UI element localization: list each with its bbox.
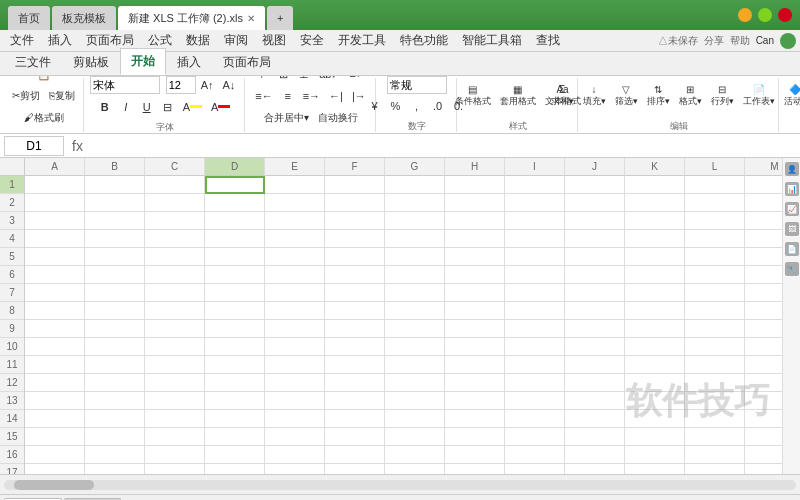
- cell-L15[interactable]: [685, 428, 745, 446]
- ribbon-tab-page[interactable]: 页面布局: [212, 49, 282, 75]
- cell-D17[interactable]: [205, 464, 265, 474]
- cell-L5[interactable]: [685, 248, 745, 266]
- cell-I7[interactable]: [505, 284, 565, 302]
- cell-H17[interactable]: [445, 464, 505, 474]
- row-num-10[interactable]: 10: [0, 338, 24, 356]
- col-header-C[interactable]: C: [145, 158, 205, 176]
- row-num-8[interactable]: 8: [0, 302, 24, 320]
- cell-G14[interactable]: [385, 410, 445, 428]
- cell-B17[interactable]: [85, 464, 145, 474]
- cell-H8[interactable]: [445, 302, 505, 320]
- row-col-button[interactable]: ⊟ 行列▾: [707, 76, 738, 116]
- cell-L8[interactable]: [685, 302, 745, 320]
- cell-H9[interactable]: [445, 320, 505, 338]
- cell-J1[interactable]: [565, 176, 625, 194]
- cell-M6[interactable]: [745, 266, 782, 284]
- cell-M13[interactable]: [745, 392, 782, 410]
- merge-center-button[interactable]: 合并居中▾: [260, 108, 313, 128]
- cell-F15[interactable]: [325, 428, 385, 446]
- cell-D4[interactable]: [205, 230, 265, 248]
- sort-button[interactable]: ⇅ 排序▾: [643, 76, 674, 116]
- rp-image-icon[interactable]: 🖼: [785, 222, 799, 236]
- rp-settings-icon[interactable]: 🔧: [785, 262, 799, 276]
- italic-button[interactable]: I: [116, 97, 136, 117]
- cell-A15[interactable]: [25, 428, 85, 446]
- cell-F11[interactable]: [325, 356, 385, 374]
- col-header-G[interactable]: G: [385, 158, 445, 176]
- cell-C14[interactable]: [145, 410, 205, 428]
- cell-A2[interactable]: [25, 194, 85, 212]
- cell-J5[interactable]: [565, 248, 625, 266]
- row-num-15[interactable]: 15: [0, 428, 24, 446]
- cell-M7[interactable]: [745, 284, 782, 302]
- cell-H5[interactable]: [445, 248, 505, 266]
- menu-special[interactable]: 特色功能: [394, 30, 454, 51]
- cell-M17[interactable]: [745, 464, 782, 474]
- cell-A10[interactable]: [25, 338, 85, 356]
- orient-button[interactable]: ab↗: [315, 76, 344, 84]
- menu-view[interactable]: 视图: [256, 30, 292, 51]
- col-header-H[interactable]: H: [445, 158, 505, 176]
- cell-B1[interactable]: [85, 176, 145, 194]
- align-center-button[interactable]: ≡: [278, 86, 298, 106]
- cell-H12[interactable]: [445, 374, 505, 392]
- cell-D5[interactable]: [205, 248, 265, 266]
- cell-B2[interactable]: [85, 194, 145, 212]
- cell-D9[interactable]: [205, 320, 265, 338]
- cell-A8[interactable]: [25, 302, 85, 320]
- cell-E15[interactable]: [265, 428, 325, 446]
- cell-B7[interactable]: [85, 284, 145, 302]
- cell-A14[interactable]: [25, 410, 85, 428]
- font-color-button[interactable]: A: [207, 97, 234, 117]
- menu-file[interactable]: 文件: [4, 30, 40, 51]
- cell-E3[interactable]: [265, 212, 325, 230]
- cell-K12[interactable]: [625, 374, 685, 392]
- cell-G5[interactable]: [385, 248, 445, 266]
- cell-B14[interactable]: [85, 410, 145, 428]
- workbook-button[interactable]: 📄 工作表▾: [739, 76, 779, 116]
- cell-E7[interactable]: [265, 284, 325, 302]
- cut-button[interactable]: ✂剪切: [8, 86, 44, 106]
- maximize-button[interactable]: [758, 8, 772, 22]
- row-num-14[interactable]: 14: [0, 410, 24, 428]
- cell-F17[interactable]: [325, 464, 385, 474]
- tab-file[interactable]: 新建 XLS 工作簿 (2).xls ✕: [118, 6, 265, 30]
- cell-L7[interactable]: [685, 284, 745, 302]
- font-decrease-button[interactable]: A↓: [219, 76, 240, 95]
- cell-C13[interactable]: [145, 392, 205, 410]
- cell-L16[interactable]: [685, 446, 745, 464]
- cell-G15[interactable]: [385, 428, 445, 446]
- cell-C1[interactable]: [145, 176, 205, 194]
- cell-C12[interactable]: [145, 374, 205, 392]
- cell-K16[interactable]: [625, 446, 685, 464]
- cell-J6[interactable]: [565, 266, 625, 284]
- menu-find[interactable]: 查找: [530, 30, 566, 51]
- cell-F10[interactable]: [325, 338, 385, 356]
- cell-L6[interactable]: [685, 266, 745, 284]
- cell-H14[interactable]: [445, 410, 505, 428]
- cell-A13[interactable]: [25, 392, 85, 410]
- menu-data[interactable]: 数据: [180, 30, 216, 51]
- cell-M5[interactable]: [745, 248, 782, 266]
- col-header-M[interactable]: M: [745, 158, 782, 176]
- minimize-button[interactable]: [738, 8, 752, 22]
- cell-C15[interactable]: [145, 428, 205, 446]
- cell-B3[interactable]: [85, 212, 145, 230]
- copy-button[interactable]: ⎘复制: [45, 86, 79, 106]
- ribbon-tab-clipboard[interactable]: 剪贴板: [62, 49, 120, 75]
- wrap-text-button[interactable]: ≡↵: [345, 76, 368, 84]
- cell-J10[interactable]: [565, 338, 625, 356]
- cell-A17[interactable]: [25, 464, 85, 474]
- cell-K6[interactable]: [625, 266, 685, 284]
- cell-E12[interactable]: [265, 374, 325, 392]
- cell-M9[interactable]: [745, 320, 782, 338]
- indent-dec-button[interactable]: ←|: [325, 86, 347, 106]
- row-num-9[interactable]: 9: [0, 320, 24, 338]
- cell-G12[interactable]: [385, 374, 445, 392]
- cell-M12[interactable]: [745, 374, 782, 392]
- cell-H13[interactable]: [445, 392, 505, 410]
- cell-F16[interactable]: [325, 446, 385, 464]
- cell-I1[interactable]: [505, 176, 565, 194]
- cell-D13[interactable]: [205, 392, 265, 410]
- cell-G9[interactable]: [385, 320, 445, 338]
